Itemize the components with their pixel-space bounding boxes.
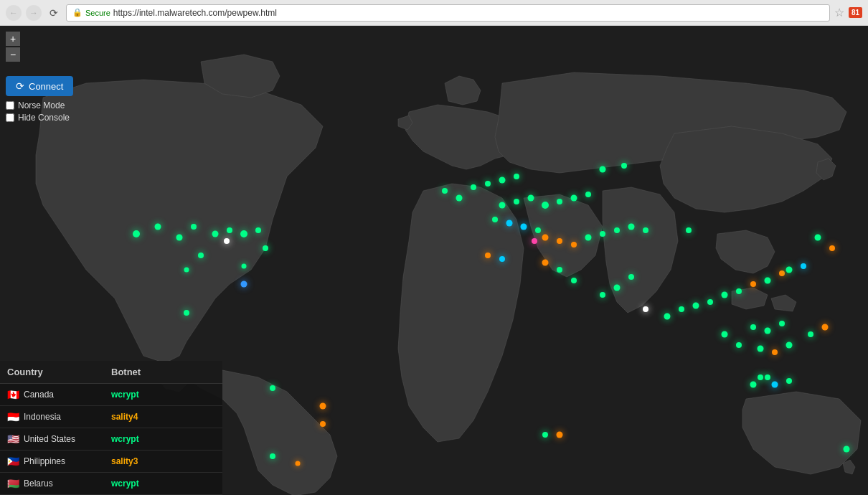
norse-mode-label: Norse Mode <box>18 100 65 110</box>
country-cell: 🇵🇭 Philippines <box>7 456 111 467</box>
flag-icon: 🇺🇸 <box>7 433 19 445</box>
address-bar: 🔒 Secure https://intel.malwaretech.com/p… <box>66 4 830 22</box>
controls-panel: + − Connect Norse Mode Hide Console <box>6 32 73 125</box>
country-name: Belarus <box>24 478 53 489</box>
secure-label: Secure <box>85 9 110 17</box>
console-row[interactable]: 🇧🇾 Belarus wcrypt <box>0 473 222 495</box>
console-rows: 🇨🇦 Canada wcrypt 🇮🇩 Indonesia sality4 🇺🇸… <box>0 384 222 495</box>
connect-button[interactable]: Connect <box>6 76 73 96</box>
botnet-name: sality3 <box>111 456 215 466</box>
country-name: United States <box>24 434 75 444</box>
reload-button[interactable]: ⟳ <box>46 5 62 21</box>
map-container: + − Connect Norse Mode Hide Console Coun… <box>0 26 868 495</box>
url-text: https://intel.malwaretech.com/pewpew.htm… <box>113 8 277 18</box>
col-botnet-header: Botnet <box>111 367 215 377</box>
console-panel: Country Botnet 🇨🇦 Canada wcrypt 🇮🇩 Indon… <box>0 361 222 495</box>
hide-console-checkbox[interactable] <box>6 113 14 122</box>
country-name: Indonesia <box>24 412 61 422</box>
hide-console-row: Hide Console <box>6 113 73 123</box>
col-country-header: Country <box>7 367 111 377</box>
console-header: Country Botnet <box>0 361 222 384</box>
norse-mode-checkbox[interactable] <box>6 101 14 110</box>
browser-chrome: ← → ⟳ 🔒 Secure https://intel.malwaretech… <box>0 0 868 26</box>
flag-icon: 🇮🇩 <box>7 411 19 423</box>
console-row[interactable]: 🇮🇩 Indonesia sality4 <box>0 406 222 428</box>
country-cell: 🇧🇾 Belarus <box>7 478 111 489</box>
back-button[interactable]: ← <box>6 5 22 21</box>
country-cell: 🇨🇦 Canada <box>7 389 111 400</box>
hide-console-label: Hide Console <box>18 113 70 123</box>
botnet-name: wcrypt <box>111 434 215 444</box>
console-row[interactable]: 🇺🇸 United States wcrypt <box>0 428 222 451</box>
zoom-in-button[interactable]: + <box>6 32 20 46</box>
botnet-name: sality4 <box>111 412 215 422</box>
norse-mode-row: Norse Mode <box>6 100 73 110</box>
flag-icon: 🇨🇦 <box>7 389 19 400</box>
country-cell: 🇮🇩 Indonesia <box>7 411 111 423</box>
zoom-out-button[interactable]: − <box>6 47 20 62</box>
country-cell: 🇺🇸 United States <box>7 433 111 445</box>
bookmark-button[interactable]: ☆ <box>834 6 844 19</box>
botnet-name: wcrypt <box>111 390 215 400</box>
console-row[interactable]: 🇨🇦 Canada wcrypt <box>0 384 222 406</box>
flag-icon: 🇵🇭 <box>7 456 19 467</box>
country-name: Philippines <box>24 456 65 466</box>
country-name: Canada <box>24 390 54 400</box>
console-row[interactable]: 🇵🇭 Philippines sality3 <box>0 451 222 473</box>
botnet-name: wcrypt <box>111 478 215 489</box>
forward-button[interactable]: → <box>26 5 42 21</box>
lock-icon: 🔒 <box>72 8 82 17</box>
rss-badge: 81 <box>849 7 862 18</box>
flag-icon: 🇧🇾 <box>7 478 19 489</box>
